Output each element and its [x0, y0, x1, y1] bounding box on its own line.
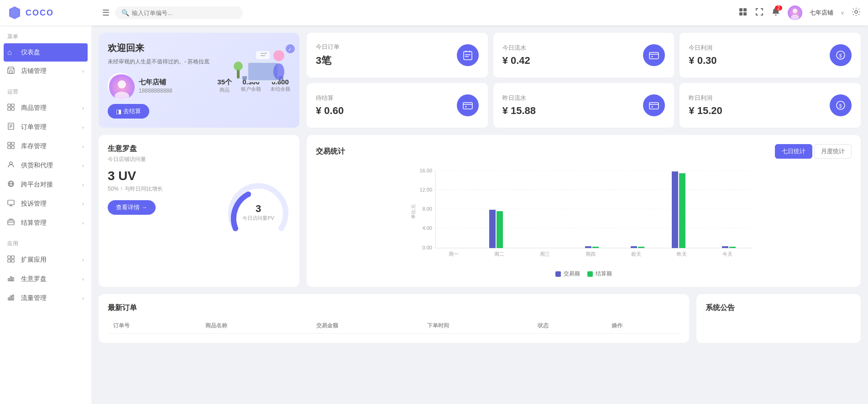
svg-text:$: $ [839, 53, 842, 58]
welcome-title: 欢迎回来 [108, 42, 290, 54]
svg-rect-29 [8, 200, 14, 205]
svg-point-9 [791, 15, 799, 20]
search-input[interactable] [132, 10, 236, 16]
sidebar-item-extensions[interactable]: 扩展应用 › [0, 250, 91, 269]
stat-icon-today_profit: $ [830, 44, 852, 66]
svg-text:4.00: 4.00 [423, 225, 432, 231]
sidebar-item-settlement[interactable]: 结算管理 › [0, 213, 91, 233]
grid-view-icon[interactable] [738, 7, 748, 19]
tab-week[interactable]: 七日统计 [775, 144, 812, 159]
main-layout: 菜单 ⌂ 仪表盘 店铺管理 › 运营 商品管理 › 订单管理 › [0, 26, 868, 404]
orders-icon [7, 123, 16, 132]
svg-rect-2 [739, 8, 743, 11]
svg-text:0.00: 0.00 [423, 245, 432, 250]
svg-rect-32 [8, 256, 10, 259]
svg-rect-92 [592, 247, 599, 248]
stat-card-pending: 待结算 ¥ 0.60 [307, 83, 488, 128]
svg-rect-34 [8, 259, 10, 262]
sidebar-item-supplier[interactable]: 供货和代理 › [0, 156, 91, 175]
tab-month[interactable]: 月度统计 [814, 144, 852, 159]
sidebar-item-orders[interactable]: 订单管理 › [0, 118, 91, 137]
sidebar-item-complaint[interactable]: 投诉管理 › [0, 194, 91, 213]
svg-text:周三: 周三 [540, 251, 550, 257]
svg-rect-88 [497, 211, 503, 248]
sidebar-item-flow[interactable]: 流量管理 › [0, 289, 91, 308]
store-chevron: › [82, 68, 84, 74]
settlement-icon [7, 218, 16, 228]
complaint-chevron: › [82, 201, 84, 207]
sidebar-label-supplier: 供货和代理 [21, 161, 53, 170]
transaction-header: 交易统计 七日统计 月度统计 [316, 144, 852, 159]
svg-rect-40 [10, 296, 12, 300]
notification-icon[interactable]: 2 [771, 7, 780, 19]
notification-badge: 2 [775, 5, 782, 10]
svg-rect-13 [8, 104, 10, 107]
legend-settle: 结算额 [587, 270, 612, 278]
settings-icon[interactable] [852, 7, 861, 19]
svg-text:今天: 今天 [722, 251, 732, 257]
sidebar: 菜单 ⌂ 仪表盘 店铺管理 › 运营 商品管理 › 订单管理 › [0, 26, 91, 404]
dashboard-icon: ⌂ [7, 48, 16, 57]
extensions-chevron: › [82, 257, 84, 263]
sidebar-item-dashboard[interactable]: ⌂ 仪表盘 [4, 43, 88, 62]
store-name[interactable]: 七年店铺 [810, 9, 833, 17]
svg-text:周一: 周一 [449, 251, 459, 257]
products-chevron: › [82, 105, 84, 111]
settle-label: 去结算 [123, 107, 141, 115]
sidebar-label-flow: 流量管理 [21, 294, 47, 302]
flow-chevron: › [82, 295, 84, 301]
stat-value-yest_flow: ¥ 15.88 [502, 105, 536, 117]
stat-icon-today_flow [643, 44, 665, 66]
content-area: 欢迎回来 未经审视的人生是不值得过的。- 苏格拉底 [91, 26, 868, 404]
stat-title-today_flow: 今日流水 [502, 44, 530, 52]
orders-table: 订单号 商品名称 交易金额 下单时间 状态 操作 [108, 318, 680, 334]
chart-legend: 交易额 结算额 [316, 270, 852, 278]
col-product-name: 商品名称 [200, 318, 311, 334]
tab-buttons: 七日统计 月度统计 [775, 144, 852, 159]
stat-card-yest_flow: 昨日流水 ¥ 15.88 [493, 83, 675, 128]
sidebar-item-products[interactable]: 商品管理 › [0, 98, 91, 118]
svg-rect-41 [12, 295, 14, 300]
sidebar-label-dashboard: 仪表盘 [21, 48, 40, 57]
settle-icon: ◨ [116, 108, 121, 115]
col-status: 状态 [532, 318, 606, 334]
sidebar-item-inventory[interactable]: 库存管理 › [0, 137, 91, 156]
view-detail-button[interactable]: 查看详情 → [108, 200, 156, 215]
avatar[interactable] [788, 5, 802, 20]
flow-icon [7, 294, 16, 303]
stat-value-today_flow: ¥ 0.42 [502, 55, 530, 67]
stat-icon-pending [457, 94, 479, 116]
stat-value-pending: ¥ 0.60 [316, 105, 344, 117]
inventory-icon [7, 142, 16, 151]
fullscreen-icon[interactable] [755, 7, 764, 19]
sidebar-item-compass[interactable]: 生意罗盘 › [0, 269, 91, 289]
svg-point-47 [273, 63, 284, 80]
svg-rect-87 [489, 210, 496, 248]
profile-phone: 18888888888 [139, 88, 212, 94]
sidebar-item-platform[interactable]: 跨平台对接 › [0, 175, 91, 194]
welcome-card: 欢迎回来 未经审视的人生是不值得过的。- 苏格拉底 [99, 33, 299, 128]
settle-button[interactable]: ◨ 去结算 [108, 104, 149, 119]
sidebar-label-products: 商品管理 [21, 104, 47, 112]
orders-title: 最新订单 [108, 303, 680, 313]
compass-card: 生意罗盘 今日店铺访问量 3 UV 50% ↑ 与昨日同比增长 查看详情 → [99, 135, 299, 287]
stat-card-yest_profit: 昨日利润 ¥ 15.20 $ [680, 83, 861, 128]
svg-point-56 [118, 80, 126, 88]
sidebar-label-compass: 生意罗盘 [21, 275, 47, 283]
detail-label: 查看详情 → [116, 204, 147, 211]
svg-rect-98 [679, 173, 685, 248]
stat-icon-yest_flow [643, 94, 665, 116]
sidebar-section-app: 应用 [0, 233, 91, 250]
menu-toggle-icon[interactable]: ☰ [102, 8, 110, 18]
svg-point-8 [793, 9, 797, 13]
svg-rect-38 [12, 278, 14, 281]
svg-text:$: $ [839, 103, 842, 109]
svg-rect-91 [585, 246, 591, 248]
svg-text:周二: 周二 [494, 251, 504, 257]
store-chevron-icon: ∨ [841, 10, 844, 16]
col-order-time: 下单时间 [422, 318, 533, 334]
search-box[interactable]: 🔍 [115, 6, 243, 19]
sidebar-item-store[interactable]: 店铺管理 › [0, 62, 91, 81]
svg-rect-24 [11, 146, 14, 149]
orders-table-head: 订单号 商品名称 交易金额 下单时间 状态 操作 [108, 318, 680, 334]
